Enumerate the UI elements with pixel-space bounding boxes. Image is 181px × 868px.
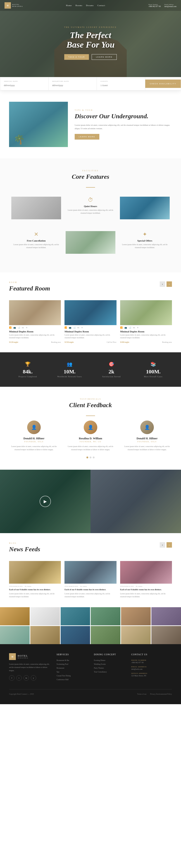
social-youtube[interactable]: y [31, 675, 36, 681]
tips-learn-more-button[interactable]: LEARN MORE [75, 134, 99, 140]
photo-grid-12[interactable] [151, 626, 181, 644]
room-name-1: Minimal Duplex Room [9, 330, 61, 333]
photo-grid-8[interactable] [30, 626, 60, 644]
features-grid: ⏱ Quiet Hours Lorem ipsum dolor sit amet… [9, 192, 172, 261]
news-title-2[interactable]: Each of our 8 double rooms has its own d… [65, 588, 116, 591]
special-offers-icon: ✦ [120, 231, 170, 238]
guests-input[interactable] [101, 84, 141, 87]
photo-grid-1[interactable] [0, 607, 30, 625]
stat-users: 👥 10M. Worldwide Network Users [51, 361, 88, 378]
social-twitter[interactable]: t [16, 675, 22, 681]
news-title-3[interactable]: Each of our 8 double rooms has its own d… [120, 588, 172, 591]
arrival-input[interactable] [4, 84, 45, 87]
rooms-header-text: ROOM Featured Room [9, 281, 50, 296]
news-card-1: 25TH MARCH 2018 By Admin Each of our 8 d… [9, 561, 61, 598]
room-desc-1: Lorem ipsum dolor sit amet, consectetur … [9, 334, 61, 339]
room-footer-3: $180/night Booking now [120, 341, 172, 343]
photo-grid-11[interactable] [121, 626, 151, 644]
room-desc-3: Lorem ipsum dolor sit amet, consectetur … [120, 334, 172, 339]
check-availability-button[interactable]: CHECK AVAILABILITY [145, 80, 181, 88]
service-3[interactable]: Restaurant [57, 667, 87, 669]
rooms-prev-button[interactable]: ‹ [160, 281, 165, 287]
testimonial-text-2: Lorem ipsum dolor sit amet, consectetur … [66, 445, 115, 451]
testimonial-3: 👤 Donald H. Hiltner FOUNDER, OILS Lorem … [122, 421, 172, 451]
room-price-1: $120/night [9, 341, 18, 343]
nav-link-contact[interactable]: Contact [97, 4, 105, 6]
testimonial-2: 👤 Rosalina D. William FOUNDER, WC CO Lor… [66, 421, 115, 451]
trophy-icon: 🏆 [9, 361, 46, 367]
footer-bottom-links: Terms of use Privacy Environmental Polic… [137, 693, 172, 695]
photo-grid-6[interactable] [151, 607, 181, 625]
play-button-left[interactable]: ▶ [40, 496, 51, 507]
dot-3[interactable] [93, 457, 95, 458]
take-tour-button[interactable]: TAKE A TOUR [64, 54, 89, 60]
service-4[interactable]: Spa [57, 671, 87, 673]
gallery-image-right [90, 470, 181, 533]
footer-terms-link[interactable]: Terms of use [137, 693, 146, 695]
stat-satisfaction-number: 2k [93, 369, 130, 375]
social-instagram[interactable]: in [24, 675, 29, 681]
dining-1[interactable]: Evening Dinner [94, 659, 124, 661]
feature-cancellation: ✕ Free Cancellation Lorem ipsum dolor si… [9, 226, 63, 261]
service-1[interactable]: Restaurant & Bar [57, 659, 87, 661]
news-header-text: BLOG News Feeds [9, 542, 40, 556]
footer-social: f t in y [9, 675, 50, 681]
bath-icon: 🛁 [17, 327, 20, 329]
photo-grid-5[interactable] [121, 607, 151, 625]
features-divider [86, 187, 95, 188]
dining-4[interactable]: Tour Consultancy [94, 671, 124, 673]
photo-grid-10[interactable] [91, 626, 120, 644]
photo-grid-9[interactable] [61, 626, 90, 644]
dot-2[interactable] [89, 457, 92, 458]
news-section: BLOG News Feeds ‹ › 25TH MARCH 2018 By A… [0, 533, 181, 607]
dining-2[interactable]: Wedding Events [94, 663, 124, 665]
photo-grid-2[interactable] [30, 607, 60, 625]
news-title-1[interactable]: Each of our 8 double rooms has its own d… [9, 588, 61, 591]
room-availability-2: Call for Price [107, 341, 116, 343]
wifi-icon-3: 📶 [120, 327, 122, 329]
nav-link-rooms[interactable]: Rooms [76, 4, 82, 6]
navigation: H HOTEL MIRANDA Home Rooms Dreams Contac… [0, 0, 181, 11]
footer-privacy-link[interactable]: Privacy Environmental Policy [150, 693, 172, 695]
news-meta-1: 25TH MARCH 2018 By Admin [9, 584, 61, 588]
cancellation-icon: ✕ [11, 231, 61, 238]
footer-logo-letter: H [11, 655, 13, 658]
room-footer-1: $120/night Booking now [9, 341, 61, 343]
service-5[interactable]: Casual Fine Dining [57, 675, 87, 677]
nav-logo[interactable]: H HOTEL MIRANDA [4, 2, 23, 9]
testimonial-name-1: Donald H. Hiltner [9, 437, 59, 440]
stat-cases-number: 100M. [135, 369, 172, 375]
nav-contact: Phone Number +906 062 877 00 Email Addre… [148, 4, 177, 7]
booking-bar: Arrival Date Departure Date Guests CHECK… [0, 77, 181, 90]
testimonial-role-1: FOUNDER, OILS [9, 441, 59, 443]
photo-grid-3[interactable] [61, 607, 90, 625]
room-price-2: $150/night [65, 341, 74, 343]
news-next-button[interactable]: › [167, 542, 172, 548]
service-2[interactable]: Swimming Pool [57, 663, 87, 665]
footer-dining-col: Dining Concept Evening Dinner Wedding Ev… [94, 653, 124, 682]
photo-grid-7[interactable] [0, 626, 30, 644]
testimonial-dots [9, 457, 172, 458]
room-desc-2: Lorem ipsum dolor sit amet, consectetur … [65, 334, 116, 339]
news-label: BLOG [9, 542, 40, 544]
rooms-next-button[interactable]: › [167, 281, 172, 287]
social-facebook[interactable]: f [9, 675, 14, 681]
departure-input[interactable] [52, 84, 93, 87]
room-amenity-icons-3: 📶 📺 🛁 🛏 ❄ [120, 325, 172, 330]
news-text-3: Lorem ipsum dolor sit amet, consectetur … [120, 592, 172, 598]
news-date-3: 25TH MARCH 2018 [120, 586, 134, 587]
dot-1[interactable] [86, 457, 88, 458]
footer-description: Lorem ipsum dolor sit amet, consectetur … [9, 663, 50, 672]
service-6[interactable]: Conference Hall [57, 679, 87, 681]
learn-more-button[interactable]: LEARN MORE [92, 54, 117, 60]
stat-users-label: Worldwide Network Users [51, 376, 88, 378]
stat-projects: 🏆 84k. Projects Completed [9, 361, 46, 378]
features-label: FACILITIES [9, 170, 172, 172]
nav-link-dreams[interactable]: Dreams [86, 4, 94, 6]
photo-grid-4[interactable] [91, 607, 120, 625]
nav-link-home[interactable]: Home [66, 4, 72, 6]
footer-email-label: Email Address [131, 666, 172, 668]
dining-3[interactable]: Party Themes [94, 667, 124, 669]
news-prev-button[interactable]: ‹ [160, 542, 165, 548]
news-navigation: ‹ › [160, 542, 172, 548]
